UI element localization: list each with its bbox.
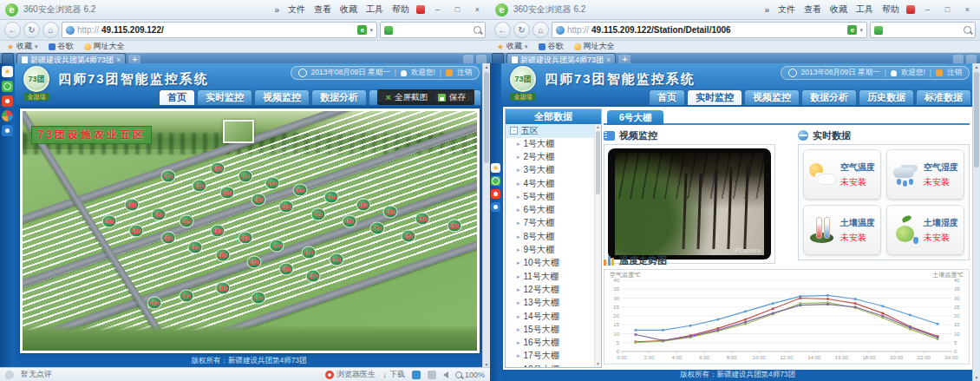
- speed-mode-icon[interactable]: e: [847, 25, 857, 35]
- expand-icon[interactable]: ▸: [517, 233, 520, 240]
- logout-link[interactable]: 注销: [457, 68, 472, 78]
- apps-icon[interactable]: [2, 125, 13, 136]
- expand-icon[interactable]: ▸: [517, 273, 520, 280]
- expand-icon[interactable]: ▸: [517, 154, 520, 161]
- card-air-temperature[interactable]: 空气温度未安装: [803, 149, 881, 200]
- greenhouse-marker-160[interactable]: 160: [383, 205, 398, 218]
- expand-icon[interactable]: ▸: [517, 207, 520, 213]
- search-engine-icon[interactable]: [874, 26, 883, 35]
- history-panel-icon[interactable]: [2, 81, 13, 92]
- card-soil-temperature[interactable]: 土壤温度未安装: [803, 205, 881, 255]
- search-icon[interactable]: [474, 26, 481, 34]
- greenhouse-marker-178[interactable]: 178: [247, 255, 262, 268]
- minimize-button[interactable]: –: [430, 3, 445, 16]
- menu-view[interactable]: 查看: [802, 3, 823, 16]
- tree-item-7号大棚[interactable]: ▸7号大棚: [506, 217, 595, 230]
- url-dropdown-icon[interactable]: ▾: [859, 27, 863, 34]
- expand-icon[interactable]: ▸: [517, 339, 520, 346]
- menu-view[interactable]: 查看: [312, 3, 333, 16]
- bookmark-google[interactable]: 谷歌: [49, 41, 74, 52]
- url-dropdown-icon[interactable]: ▾: [369, 27, 373, 34]
- nav-tab-实时监控[interactable]: 实时监控: [197, 89, 252, 105]
- greenhouse-marker-168[interactable]: 168: [265, 176, 280, 189]
- nav-tab-首页[interactable]: 首页: [159, 89, 195, 105]
- greenhouse-marker-161[interactable]: 161: [343, 214, 357, 227]
- card-air-humidity[interactable]: 空气湿度未安装: [886, 149, 964, 200]
- logout-link[interactable]: 注销: [947, 68, 962, 78]
- menu-file[interactable]: 文件: [286, 3, 307, 16]
- greenhouse-marker-180[interactable]: 180: [215, 248, 230, 261]
- greenhouse-marker-173[interactable]: 173: [160, 169, 175, 182]
- tree-root-node[interactable]: - 五区: [506, 124, 601, 138]
- greenhouse-marker-192[interactable]: 192: [252, 292, 266, 305]
- browser-menu-icon[interactable]: [906, 5, 915, 14]
- history-panel-icon[interactable]: [491, 176, 500, 186]
- tree-item-4号大棚[interactable]: ▸4号大棚: [506, 177, 595, 190]
- expand-icon[interactable]: ▸: [517, 366, 520, 367]
- expand-icon[interactable]: ▸: [517, 259, 520, 266]
- greenhouse-marker-189[interactable]: 189: [124, 198, 139, 211]
- search-box[interactable]: [870, 22, 976, 38]
- scroll-up-icon[interactable]: ▲: [485, 63, 489, 70]
- sync-icon[interactable]: [412, 371, 421, 379]
- scroll-up-icon[interactable]: ▲: [975, 63, 979, 70]
- tree-item-13号大棚[interactable]: ▸13号大棚: [506, 297, 595, 310]
- greenhouse-marker-163[interactable]: 163: [310, 207, 325, 220]
- close-button[interactable]: ×: [960, 3, 975, 16]
- eye-protect-icon[interactable]: [2, 95, 13, 107]
- home-button[interactable]: ⌂: [532, 22, 549, 38]
- greenhouse-marker-169[interactable]: 169: [219, 186, 234, 199]
- collapse-icon[interactable]: -: [510, 127, 518, 135]
- tree-item-3号大棚[interactable]: ▸3号大棚: [506, 164, 595, 177]
- greenhouse-marker-177[interactable]: 177: [302, 246, 317, 259]
- titlebar-left[interactable]: e 360安全浏览器 6.2 » 文件 查看 收藏 工具 帮助 – □ ×: [0, 0, 490, 20]
- bookmark-sites[interactable]: 网址大全: [84, 41, 125, 52]
- comment-icon[interactable]: [5, 371, 14, 379]
- tree-item-9号大棚[interactable]: ▸9号大棚: [506, 243, 595, 256]
- greenhouse-marker-176[interactable]: 176: [278, 263, 293, 276]
- nav-tab-历史数据[interactable]: 历史数据: [859, 89, 914, 105]
- camera-feed[interactable]: IPCamera: [608, 148, 771, 259]
- greenhouse-marker-157[interactable]: 157: [402, 229, 416, 242]
- expand-icon[interactable]: ▸: [517, 246, 520, 253]
- nav-tab-视频监控[interactable]: 视频监控: [254, 89, 310, 105]
- search-engine-icon[interactable]: [384, 26, 393, 35]
- maximize-button[interactable]: □: [450, 3, 465, 16]
- expand-icon[interactable]: ▸: [517, 299, 520, 306]
- tree-item-17号大棚[interactable]: ▸17号大棚: [506, 350, 595, 363]
- scrollbar-thumb[interactable]: [596, 131, 600, 194]
- expand-icon[interactable]: ▸: [517, 352, 520, 359]
- greenhouse-marker-164[interactable]: 164: [324, 191, 339, 204]
- greenhouse-marker-187[interactable]: 187: [152, 207, 167, 220]
- tree-item-11号大棚[interactable]: ▸11号大棚: [506, 270, 595, 283]
- menu-help[interactable]: 帮助: [390, 3, 411, 16]
- titlebar-right[interactable]: e 360安全浏览器 6.2 » 文件 查看 收藏 工具 帮助 – □ ×: [490, 0, 980, 20]
- expand-icon[interactable]: ▸: [517, 326, 520, 333]
- tree-scrollbar[interactable]: ▲ ▼: [594, 124, 601, 367]
- tree-item-14号大棚[interactable]: ▸14号大棚: [506, 310, 595, 323]
- menu-favorites[interactable]: 收藏: [828, 3, 849, 16]
- tree-item-18号大棚[interactable]: ▸18号大棚: [506, 363, 595, 367]
- bookmark-favorites[interactable]: ★收藏▾: [497, 41, 528, 52]
- tree-item-12号大棚[interactable]: ▸12号大棚: [506, 283, 595, 296]
- back-button[interactable]: ←: [494, 22, 511, 38]
- browser-menu-icon[interactable]: [416, 5, 425, 14]
- speed-mode-icon[interactable]: e: [357, 25, 367, 35]
- expand-icon[interactable]: ▸: [517, 313, 520, 320]
- greenhouse-marker-182[interactable]: 182: [188, 241, 203, 254]
- greenhouse-marker-186[interactable]: 186: [129, 225, 144, 238]
- tree-item-1号大棚[interactable]: ▸1号大棚: [506, 137, 595, 150]
- greenhouse-marker-158[interactable]: 158: [415, 213, 430, 226]
- eye-protect-icon[interactable]: [491, 189, 500, 199]
- bookmark-google[interactable]: 谷歌: [539, 41, 564, 52]
- nav-tab-数据分析[interactable]: 数据分析: [801, 89, 857, 105]
- search-box[interactable]: [380, 22, 486, 38]
- expand-icon[interactable]: ▸: [517, 181, 520, 187]
- browser-doctor-button[interactable]: 浏览器医生: [325, 369, 376, 380]
- bookmark-favorites[interactable]: ★收藏▾: [7, 41, 38, 52]
- back-button[interactable]: ←: [4, 22, 21, 38]
- greenhouse-marker-188[interactable]: 188: [101, 214, 116, 227]
- card-soil-humidity[interactable]: 土壤湿度未安装: [886, 205, 964, 255]
- plugins-icon[interactable]: [2, 110, 13, 122]
- menu-help[interactable]: 帮助: [880, 3, 901, 16]
